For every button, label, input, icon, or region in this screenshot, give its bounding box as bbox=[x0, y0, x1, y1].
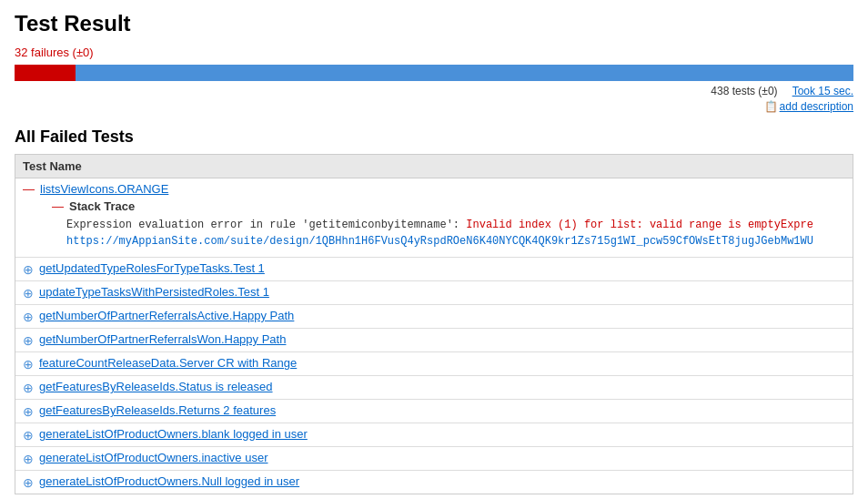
add-description-link[interactable]: 📋add description bbox=[764, 99, 853, 113]
table-header: Test Name bbox=[15, 155, 853, 178]
expand-icon[interactable]: ⊕ bbox=[23, 381, 34, 395]
took-link[interactable]: Took 15 sec. bbox=[792, 85, 853, 97]
expand-icon[interactable]: ⊕ bbox=[23, 286, 34, 300]
failures-label: 32 failures (±0) bbox=[15, 46, 853, 59]
page-title: Test Result bbox=[15, 11, 853, 36]
table-row: — listsViewIcons.ORANGE — Stack Trace Ex… bbox=[15, 178, 853, 258]
table-row: ⊕ getNumberOfPartnerReferralsActive.Happ… bbox=[15, 305, 853, 329]
tests-count: 438 tests (±0) bbox=[711, 85, 777, 97]
test-link[interactable]: featureCountReleaseData.Server CR with R… bbox=[39, 356, 297, 370]
table-row: ⊕ featureCountReleaseData.Server CR with… bbox=[15, 352, 853, 376]
progress-bar-fail bbox=[15, 65, 76, 81]
table-row: ⊕ updateTypeTasksWithPersistedRoles.Test… bbox=[15, 281, 853, 305]
test-link[interactable]: getNumberOfPartnerReferralsActive.Happy … bbox=[39, 309, 294, 322]
edit-icon: 📋 bbox=[764, 100, 778, 113]
stack-trace-line-1: Expression evaluation error in rule 'get… bbox=[66, 217, 838, 233]
table-row: ⊕ generateListOfProductOwners.inactive u… bbox=[15, 447, 853, 471]
test-link[interactable]: listsViewIcons.ORANGE bbox=[40, 182, 168, 196]
expand-icon[interactable]: ⊕ bbox=[23, 404, 34, 419]
test-link[interactable]: updateTypeTasksWithPersistedRoles.Test 1 bbox=[39, 285, 269, 299]
test-link[interactable]: getFeaturesByReleaseIds.Returns 2 featur… bbox=[39, 403, 276, 417]
table-row: ⊕ generateListOfProductOwners.blank logg… bbox=[15, 423, 853, 447]
expand-icon[interactable]: ⊕ bbox=[23, 310, 34, 324]
progress-bar bbox=[15, 65, 853, 81]
expand-icon[interactable]: ⊕ bbox=[23, 262, 34, 277]
test-link[interactable]: generateListOfProductOwners.blank logged… bbox=[39, 427, 308, 441]
expand-icon[interactable]: ⊕ bbox=[23, 475, 34, 490]
table-row: ⊕ getUpdatedTypeRolesForTypeTasks.Test 1 bbox=[15, 258, 853, 281]
test-link[interactable]: getFeaturesByReleaseIds.Status is releas… bbox=[39, 380, 273, 393]
stack-trace-content: Expression evaluation error in rule 'get… bbox=[52, 217, 838, 250]
test-link[interactable]: generateListOfProductOwners.Null logged … bbox=[39, 474, 299, 488]
stack-trace-collapse-icon[interactable]: — bbox=[52, 199, 64, 213]
stats-row: 438 tests (±0) Took 15 sec. bbox=[15, 85, 853, 97]
table-row: ⊕ getNumberOfPartnerReferralsWon.Happy P… bbox=[15, 329, 853, 352]
test-link[interactable]: getNumberOfPartnerReferralsWon.Happy Pat… bbox=[39, 332, 286, 346]
expand-icon[interactable]: ⊕ bbox=[23, 452, 34, 466]
test-link[interactable]: generateListOfProductOwners.inactive use… bbox=[39, 451, 267, 464]
table-row: ⊕ generateListOfProductOwners.Null logge… bbox=[15, 471, 853, 494]
table-row: ⊕ getFeaturesByReleaseIds.Status is rele… bbox=[15, 376, 853, 400]
stack-trace-line-2: https://myAppianSite.com/suite/design/1Q… bbox=[66, 233, 838, 250]
test-link[interactable]: getUpdatedTypeRolesForTypeTasks.Test 1 bbox=[39, 261, 265, 275]
table-row: ⊕ getFeaturesByReleaseIds.Returns 2 feat… bbox=[15, 400, 853, 423]
collapse-icon[interactable]: — bbox=[23, 182, 35, 196]
stack-trace-section: — Stack Trace Expression evaluation erro… bbox=[23, 196, 845, 253]
expand-icon[interactable]: ⊕ bbox=[23, 428, 34, 443]
expand-icon[interactable]: ⊕ bbox=[23, 357, 34, 372]
failed-tests-table: Test Name — listsViewIcons.ORANGE — Stac… bbox=[15, 154, 853, 494]
failed-tests-heading: All Failed Tests bbox=[15, 127, 853, 147]
add-description-text[interactable]: add description bbox=[780, 100, 853, 113]
expand-icon[interactable]: ⊕ bbox=[23, 333, 34, 348]
stack-trace-label: Stack Trace bbox=[69, 199, 135, 213]
